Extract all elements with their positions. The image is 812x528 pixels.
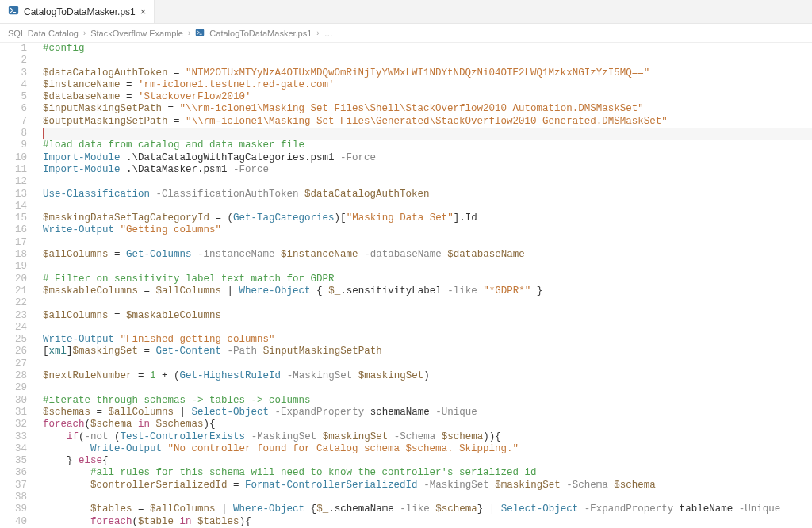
- code-area[interactable]: #config $dataCatalogAuthToken = "NTM2OTU…: [38, 43, 812, 528]
- tab-close-icon[interactable]: ×: [140, 6, 147, 17]
- code-line[interactable]: #load data from catalog and data masker …: [43, 140, 812, 151]
- chevron-right-icon: ›: [188, 29, 190, 37]
- code-line[interactable]: $maskingDataSetTagCategoryId = (Get-TagC…: [43, 212, 812, 224]
- code-line[interactable]: foreach($table in $tables){: [43, 516, 812, 528]
- code-line[interactable]: [43, 201, 812, 212]
- code-line[interactable]: $outputMaskingSetPath = "\\rm-iclone1\Ma…: [43, 116, 812, 128]
- code-line[interactable]: $maskableColumns = $allColumns | Where-O…: [43, 285, 812, 297]
- code-line[interactable]: $allColumns = Get-Columns -instanceName …: [43, 249, 812, 261]
- code-line[interactable]: [43, 322, 812, 334]
- code-line[interactable]: $controllerSerializedId = Format-Control…: [43, 480, 812, 492]
- code-line[interactable]: $allColumns = $maskableColumns: [43, 310, 812, 322]
- code-line[interactable]: [xml]$maskingSet = Get-Content -Path $in…: [43, 346, 812, 358]
- tab-active[interactable]: CatalogToDataMasker.ps1 ×: [0, 0, 155, 23]
- code-line[interactable]: [43, 261, 812, 273]
- code-line[interactable]: [43, 237, 812, 249]
- code-line[interactable]: [43, 358, 812, 370]
- code-line[interactable]: $nextRuleNumber = 1 + (Get-HighestRuleId…: [43, 370, 812, 382]
- code-line[interactable]: # Filter on sensitivity label text match…: [43, 274, 812, 285]
- code-line[interactable]: $inputMaskingSetPath = "\\rm-iclone1\Mas…: [43, 103, 812, 115]
- powershell-icon: [195, 28, 205, 39]
- code-line[interactable]: $schemas = $allColumns | Select-Object -…: [43, 407, 812, 419]
- code-line[interactable]: [43, 492, 812, 503]
- code-line[interactable]: #config: [43, 43, 812, 55]
- code-line[interactable]: #iterate through schemas -> tables -> co…: [43, 395, 812, 407]
- code-line[interactable]: $instanceName = 'rm-iclone1.testnet.red-…: [43, 79, 812, 91]
- code-line[interactable]: #all rules for this schema will need to …: [43, 467, 812, 479]
- breadcrumb-item[interactable]: SQL Data Catalog: [8, 29, 79, 38]
- code-line[interactable]: Write-Output "Finished getting columns": [43, 334, 812, 346]
- code-line[interactable]: Write-Output "Getting columns": [43, 224, 812, 236]
- code-line[interactable]: if(-not (Test-ControllerExists -MaskingS…: [43, 431, 812, 443]
- tab-title: CatalogToDataMasker.ps1: [24, 6, 136, 17]
- code-line[interactable]: Write-Output "No controller found for Ca…: [43, 443, 812, 455]
- tab-bar: CatalogToDataMasker.ps1 ×: [0, 0, 812, 24]
- breadcrumb-item[interactable]: CatalogToDataMasker.ps1: [209, 29, 312, 38]
- code-line[interactable]: [43, 55, 812, 67]
- svg-rect-0: [9, 6, 18, 15]
- code-line[interactable]: $tables = $allColumns | Where-Object {$_…: [43, 503, 812, 515]
- code-line[interactable]: Import-Module .\DataCatalogWithTagCatego…: [43, 152, 812, 164]
- code-line[interactable]: Import-Module .\DataMasker.psm1 -Force: [43, 164, 812, 176]
- svg-rect-1: [196, 29, 205, 36]
- breadcrumb-item[interactable]: …: [324, 29, 333, 38]
- code-editor[interactable]: 1234567891011121314151617181920212223242…: [0, 43, 812, 528]
- line-number-gutter: 1234567891011121314151617181920212223242…: [0, 43, 38, 528]
- code-line[interactable]: $dataCatalogAuthToken = "NTM2OTUxMTYyNzA…: [43, 67, 812, 79]
- powershell-icon: [8, 5, 19, 18]
- code-line[interactable]: foreach($schema in $schemas){: [43, 419, 812, 430]
- code-line[interactable]: [43, 297, 812, 309]
- code-line[interactable]: [43, 176, 812, 188]
- breadcrumb: SQL Data Catalog › StackOverflow Example…: [0, 24, 812, 43]
- code-line[interactable]: $databaseName = 'StackoverFlow2010': [43, 91, 812, 103]
- code-line[interactable]: Use-Classification -ClassificationAuthTo…: [43, 189, 812, 201]
- code-line[interactable]: [43, 382, 812, 394]
- chevron-right-icon: ›: [83, 29, 86, 37]
- breadcrumb-item[interactable]: StackOverflow Example: [90, 29, 183, 38]
- code-line[interactable]: } else{: [43, 455, 812, 467]
- code-line[interactable]: [43, 128, 812, 140]
- chevron-right-icon: ›: [316, 29, 319, 37]
